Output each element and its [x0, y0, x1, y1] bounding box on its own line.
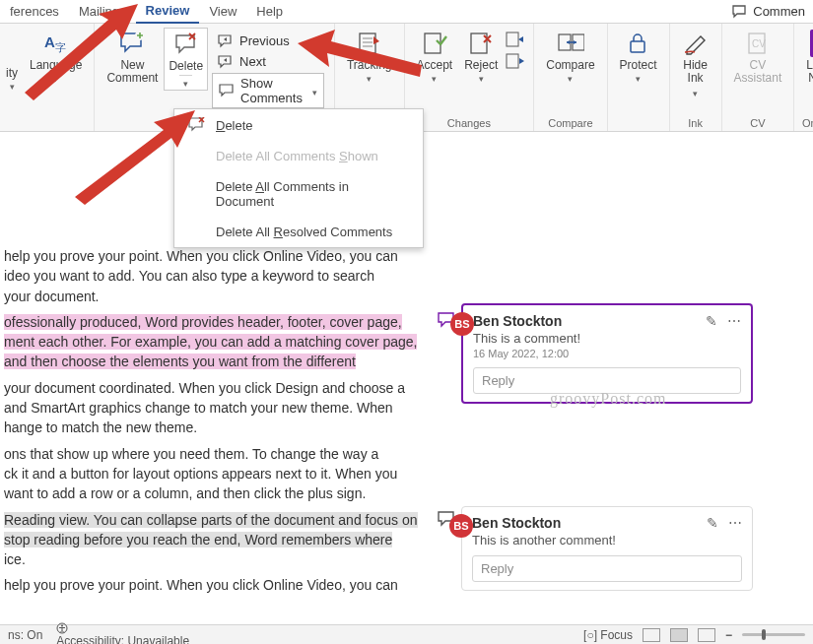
new-comment-button[interactable]: New Comment: [101, 28, 164, 87]
status-bar: ns: On Accessibility: Unavailable [○] Fo…: [0, 624, 813, 644]
comments-pane-button[interactable]: Commen: [723, 2, 813, 21]
edit-icon[interactable]: ✎: [706, 313, 717, 329]
protect-button[interactable]: Protect: [614, 28, 663, 87]
tracking-icon: [356, 30, 383, 57]
linked-notes-button[interactable]: N Linked Notes: [800, 28, 813, 87]
zoom-out-icon[interactable]: −: [725, 628, 732, 642]
comments-pane: BS Ben Stockton ✎ ⋯ This is a comment! 1…: [461, 132, 813, 624]
reply-input[interactable]: Reply: [472, 555, 742, 582]
previous-comment-button[interactable]: Previous: [212, 32, 324, 50]
avatar: BS: [449, 514, 473, 538]
compare-icon: [557, 30, 584, 57]
group-label-changes: Changes: [447, 115, 491, 129]
zoom-slider[interactable]: [742, 633, 805, 636]
comment-author: Ben Stockton: [473, 313, 562, 329]
prev-change-icon[interactable]: [506, 32, 525, 47]
doc-para: ons that show up where you need them. To…: [4, 444, 428, 504]
delete-comment-icon: [172, 31, 200, 58]
menu-delete[interactable]: Delete: [174, 109, 423, 141]
watermark: groovyPost.com: [550, 390, 666, 408]
tab-help[interactable]: Help: [246, 1, 293, 23]
svg-rect-10: [631, 41, 644, 52]
previous-label: Previous: [239, 33, 290, 48]
menu-delete-resolved[interactable]: Delete All Resolved Comments: [174, 217, 423, 247]
next-icon: [218, 55, 234, 69]
language-button[interactable]: A字 Language: [24, 28, 88, 87]
comment-card[interactable]: BS Ben Stockton ✎ ⋯ This is a comment! 1…: [461, 303, 753, 404]
ribbon-item-ity[interactable]: ity: [0, 28, 24, 95]
protect-icon: [625, 30, 652, 57]
delete-comment-button[interactable]: Delete: [164, 28, 208, 91]
tab-view[interactable]: View: [199, 1, 246, 23]
read-mode-view[interactable]: [643, 628, 660, 642]
svg-rect-6: [507, 32, 518, 46]
compare-button[interactable]: Compare: [540, 28, 600, 87]
comment-text: This is another comment!: [472, 533, 742, 547]
doc-para: help you prove your point. When you clic…: [4, 246, 428, 306]
more-icon[interactable]: ⋯: [728, 515, 742, 531]
hide-ink-icon: [682, 30, 710, 57]
doc-para: help you prove your point. When you clic…: [4, 575, 428, 595]
status-accessibility[interactable]: Accessibility: Unavailable: [56, 622, 189, 645]
next-label: Next: [239, 54, 266, 69]
next-change-icon[interactable]: [506, 53, 525, 69]
tab-review[interactable]: Review: [136, 0, 200, 24]
comment-card[interactable]: BS Ben Stockton ✎ ⋯ This is another comm…: [461, 506, 753, 591]
delete-label: Delete: [169, 60, 203, 73]
svg-point-14: [61, 624, 63, 626]
tracking-button[interactable]: Tracking: [341, 28, 398, 87]
focus-button[interactable]: [○] Focus: [583, 628, 633, 642]
cv-assistant-button: CV CV Assistant: [728, 28, 788, 87]
accept-button[interactable]: Accept: [411, 28, 459, 87]
accept-icon: [421, 30, 448, 57]
hide-ink-button[interactable]: Hide Ink: [676, 28, 715, 102]
language-icon: A字: [42, 30, 70, 57]
show-comments-icon: [219, 84, 235, 97]
cv-icon: CV: [744, 30, 772, 57]
svg-text:A: A: [44, 33, 55, 50]
print-layout-view[interactable]: [670, 628, 688, 642]
chevron-down-icon: [308, 84, 317, 98]
menu-delete-in-doc[interactable]: Delete All Comments in Document: [174, 171, 423, 217]
svg-text:CV: CV: [752, 38, 766, 49]
more-icon[interactable]: ⋯: [727, 313, 741, 329]
doc-para-highlighted: Reading view. You can collapse parts of …: [4, 510, 428, 570]
svg-text:字: 字: [55, 41, 66, 53]
group-label-onenote: OneNote: [802, 115, 813, 129]
comment-text: This is a comment!: [473, 331, 741, 346]
doc-para-highlighted: ofessionally produced, Word provides hea…: [4, 312, 428, 372]
reject-icon: [467, 30, 495, 57]
new-comment-icon: [118, 30, 146, 57]
comment-time: 16 May 2022, 12:00: [473, 348, 741, 359]
doc-para: your document coordinated. When you clic…: [4, 378, 428, 438]
reject-button[interactable]: Reject: [458, 28, 504, 87]
delete-dropdown: Delete Delete All Comments Shown Delete …: [173, 108, 424, 248]
svg-rect-3: [360, 33, 375, 53]
edit-icon[interactable]: ✎: [707, 515, 718, 531]
tab-mailings[interactable]: Mailings: [69, 1, 136, 23]
group-label-cv: CV: [750, 115, 765, 129]
next-comment-button[interactable]: Next: [212, 52, 324, 71]
comments-pane-label: Commen: [753, 4, 805, 19]
delete-icon: [188, 117, 206, 133]
menu-delete-shown: Delete All Comments Shown: [174, 141, 423, 171]
tab-references[interactable]: ferences: [0, 1, 69, 23]
tab-row: ferences Mailings Review View Help Comme…: [0, 0, 813, 24]
previous-icon: [218, 34, 234, 48]
comment-bubble-icon: [731, 5, 747, 19]
comment-author: Ben Stockton: [472, 515, 561, 531]
group-label-ink: Ink: [688, 115, 703, 129]
avatar: BS: [450, 312, 474, 336]
web-layout-view[interactable]: [698, 628, 715, 642]
menu-delete-label: elete: [225, 118, 252, 133]
group-label-compare: Compare: [548, 115, 592, 129]
svg-rect-7: [507, 54, 518, 68]
status-left: ns: On: [8, 628, 42, 642]
show-comments-button[interactable]: Show Comments: [212, 73, 324, 108]
show-comments-label: Show Comments: [240, 76, 303, 105]
